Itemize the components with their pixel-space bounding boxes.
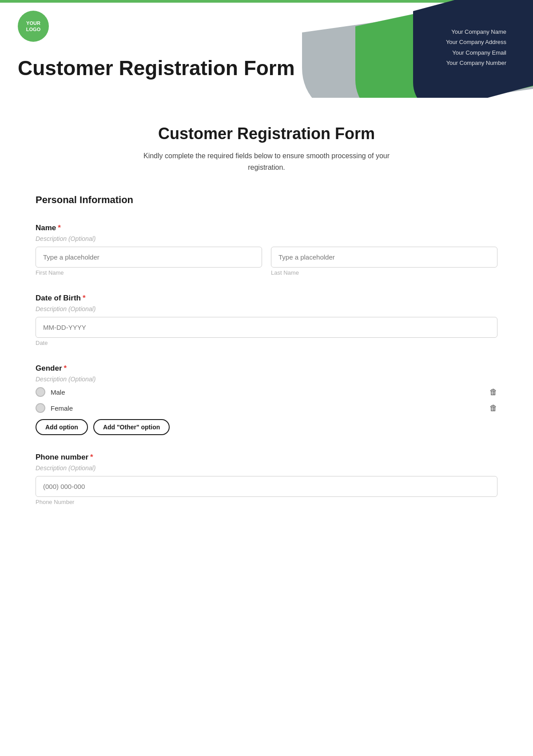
- company-info: Your Company Name Your Company Address Y…: [446, 27, 506, 68]
- first-name-sublabel: First Name: [36, 269, 262, 276]
- dob-input[interactable]: [36, 317, 497, 338]
- form-subtitle: Kindly complete the required fields belo…: [133, 150, 400, 173]
- section-title-personal: Personal Information: [36, 194, 497, 209]
- delete-female-icon[interactable]: 🗑: [489, 404, 497, 413]
- radio-label-male: Male: [51, 388, 65, 396]
- last-name-input[interactable]: [271, 247, 497, 268]
- field-group-dob: Date of Birth* Description (Optional) Da…: [36, 294, 497, 346]
- field-group-gender: Gender* Description (Optional) Male 🗑 Fe…: [36, 364, 497, 435]
- field-group-name: Name* Description (Optional) First Name …: [36, 224, 497, 276]
- radio-label-female: Female: [51, 404, 73, 412]
- first-name-input[interactable]: [36, 247, 262, 268]
- add-buttons-row: Add option Add "Other" option: [36, 419, 497, 435]
- company-number: Your Company Number: [446, 58, 506, 68]
- main-content: Customer Registration Form Kindly comple…: [0, 98, 533, 559]
- add-option-button[interactable]: Add option: [36, 419, 88, 435]
- gender-option-male: Male 🗑: [36, 387, 497, 397]
- radio-circle-male[interactable]: [36, 387, 45, 397]
- phone-description: Description (Optional): [36, 464, 497, 472]
- company-email: Your Company Email: [446, 48, 506, 58]
- header: YOUR LOGO Customer Registration Form You…: [0, 0, 533, 98]
- field-group-phone: Phone number* Description (Optional) Pho…: [36, 453, 497, 505]
- header-title: Customer Registration Form: [18, 56, 295, 80]
- radio-circle-female[interactable]: [36, 403, 45, 413]
- personal-info-section: Personal Information Name* Description (…: [36, 194, 497, 505]
- gender-option-female: Female 🗑: [36, 403, 497, 413]
- form-header: Customer Registration Form Kindly comple…: [36, 124, 497, 173]
- name-label: Name*: [36, 224, 497, 232]
- gender-description: Description (Optional): [36, 376, 497, 383]
- company-address: Your Company Address: [446, 37, 506, 47]
- dob-sublabel: Date: [36, 340, 497, 346]
- company-name: Your Company Name: [446, 27, 506, 37]
- dob-description: Description (Optional): [36, 305, 497, 312]
- phone-input[interactable]: [36, 476, 497, 497]
- name-row: First Name Last Name: [36, 247, 497, 276]
- add-other-option-button[interactable]: Add "Other" option: [93, 419, 170, 435]
- phone-sublabel: Phone Number: [36, 499, 497, 505]
- last-name-col: Last Name: [271, 247, 497, 276]
- dob-label: Date of Birth*: [36, 294, 497, 303]
- form-title: Customer Registration Form: [36, 124, 497, 143]
- last-name-sublabel: Last Name: [271, 269, 497, 276]
- phone-label: Phone number*: [36, 453, 497, 462]
- logo: YOUR LOGO: [18, 11, 49, 42]
- first-name-col: First Name: [36, 247, 262, 276]
- name-description: Description (Optional): [36, 235, 497, 242]
- gender-label: Gender*: [36, 364, 497, 373]
- delete-male-icon[interactable]: 🗑: [489, 388, 497, 397]
